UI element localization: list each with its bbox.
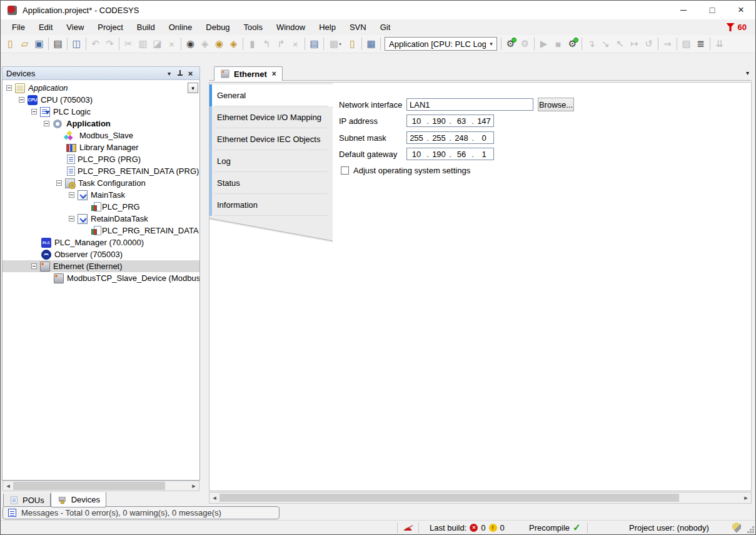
properties-button[interactable]: ▤ (307, 37, 321, 51)
pin-icon[interactable] (174, 68, 185, 78)
scroll-right-icon[interactable]: ▸ (741, 494, 751, 502)
toggle-bookmark-button[interactable]: ▮ (245, 37, 260, 51)
tab-ethernet[interactable]: Ethernet × (214, 66, 283, 81)
panel-close-icon[interactable]: × (185, 68, 196, 78)
undo-button[interactable]: ↶ (88, 37, 103, 51)
menu-build[interactable]: Build (130, 21, 162, 34)
save-button[interactable]: ▣ (32, 37, 46, 51)
ip-octet[interactable]: 255 (430, 133, 448, 143)
step-into-button[interactable]: ↘ (598, 37, 613, 51)
scroll-left-icon[interactable]: ◂ (3, 482, 13, 490)
menu-online[interactable]: Online (162, 21, 199, 34)
insert-device-button[interactable]: ▦▾ (326, 37, 345, 51)
tab-devices[interactable]: Devices (51, 492, 106, 507)
side-tab-general[interactable]: General (209, 84, 333, 106)
tree-item-modbus-slave[interactable]: Modbus_Slave (3, 130, 199, 141)
find-in-project-button[interactable]: ◉ (212, 37, 226, 51)
side-tab-log[interactable]: Log (209, 150, 333, 172)
scrollbar-thumb[interactable] (13, 482, 165, 490)
scroll-left-icon[interactable]: ◂ (209, 494, 219, 502)
show-next-statement-button[interactable]: ⇒ (660, 37, 675, 51)
tab-pous[interactable]: POUs (3, 494, 51, 507)
network-interface-input[interactable]: LAN1 (406, 98, 533, 111)
previous-bookmark-button[interactable]: ↰ (260, 37, 274, 51)
logout-button[interactable]: ⚙ (518, 37, 532, 51)
panel-menu-icon[interactable]: ▾ (164, 68, 174, 78)
delete-button[interactable]: × (164, 37, 179, 51)
replace-button[interactable]: ◈ (198, 37, 212, 51)
menu-window[interactable]: Window (270, 21, 312, 34)
copy-button[interactable]: ▥ (136, 37, 150, 51)
expand-toggle-icon[interactable] (44, 121, 49, 126)
close-button[interactable]: × (727, 1, 755, 19)
tree-item-plc-prg-prg[interactable]: PLC_PRG (PRG) (3, 153, 199, 165)
new-object-button[interactable]: ▯ (345, 37, 360, 51)
cut-button[interactable]: ✂ (121, 37, 136, 51)
tree-item-task-configuration[interactable]: Task Configuration (3, 177, 199, 189)
resize-grip[interactable] (752, 531, 754, 533)
force-values-button[interactable]: ⇊ (712, 37, 727, 51)
menu-tools[interactable]: Tools (237, 21, 270, 34)
ip-octet[interactable]: 255 (407, 133, 426, 143)
run-to-cursor-button[interactable]: ↦ (627, 37, 642, 51)
tree-item-plc-prg[interactable]: PLC_PRG (3, 201, 199, 213)
expand-toggle-icon[interactable] (56, 180, 62, 186)
expand-toggle-icon[interactable] (31, 109, 37, 115)
tree-item-library-manager[interactable]: Library Manager (3, 141, 199, 153)
expand-toggle-icon[interactable] (69, 192, 74, 198)
menu-svn[interactable]: SVN (343, 21, 373, 34)
expand-toggle-icon[interactable] (69, 216, 74, 222)
default-gateway-input[interactable]: 10.190.56.1 (406, 148, 494, 160)
next-bookmark-button[interactable]: ↱ (274, 37, 288, 51)
build-button[interactable]: ▦ (364, 37, 378, 51)
open-project-button[interactable]: ▱ (18, 37, 32, 51)
menu-project[interactable]: Project (91, 21, 129, 34)
replace-in-project-button[interactable]: ◈ (226, 37, 241, 51)
ip-octet[interactable]: 147 (475, 116, 493, 126)
tree-item-plc-prg-retain-data-prg[interactable]: PLC_PRG_RETAIN_DATA (PRG) (3, 165, 199, 177)
application-dropdown-icon[interactable]: ▾ (188, 83, 198, 93)
tree-item-modbustcp-slave-device-modbustcp-slave[interactable]: ModbusTCP_Slave_Device (ModbusTCP Slave (3, 272, 199, 284)
adjust-os-settings-checkbox[interactable] (341, 166, 349, 175)
tree-item-retaindatatask[interactable]: RetainDataTask (3, 213, 199, 225)
menu-git[interactable]: Git (373, 21, 398, 34)
step-out-button[interactable]: ↖ (613, 37, 627, 51)
stop-button[interactable]: ■ (551, 37, 565, 51)
messages-tab[interactable]: Messages - Total 0 error(s), 0 warning(s… (3, 506, 280, 519)
menu-edit[interactable]: Edit (32, 21, 59, 34)
reset-warm-button[interactable]: ↺ (642, 37, 656, 51)
tab-close-icon[interactable]: × (272, 69, 276, 78)
scrollbar-thumb[interactable] (219, 494, 679, 502)
ip-octet[interactable]: 0 (475, 133, 493, 143)
expand-toggle-icon[interactable] (19, 97, 24, 103)
online-config-mode-button[interactable]: ⚙ (565, 37, 580, 51)
expand-toggle-icon[interactable] (31, 263, 37, 269)
tree-item-ethernet-ethernet[interactable]: Ethernet (Ethernet) (3, 260, 199, 272)
tree-item-application[interactable]: Application▾ (3, 82, 199, 94)
tree-item-maintask[interactable]: MainTask (3, 189, 199, 201)
tree-item-plc-prg-retain-data[interactable]: PLC_PRG_RETAIN_DATA (3, 225, 199, 237)
tree-item-application[interactable]: Application (3, 118, 199, 130)
side-tab-status[interactable]: Status (209, 172, 333, 194)
clear-bookmarks-button[interactable]: × (288, 37, 303, 51)
ip-address-input[interactable]: 10.190.63.147 (406, 115, 494, 127)
filter-icon[interactable] (727, 23, 735, 31)
ip-octet[interactable]: 10 (407, 116, 426, 126)
ip-octet[interactable]: 63 (452, 116, 471, 126)
ip-octet[interactable]: 56 (452, 150, 471, 159)
subnet-mask-input[interactable]: 255.255.248.0 (406, 131, 494, 144)
redo-button[interactable]: ↷ (103, 37, 117, 51)
paste-button[interactable]: ◪ (150, 37, 164, 51)
ip-octet[interactable]: 190 (430, 116, 448, 126)
login-button[interactable]: ⚙ (503, 37, 518, 51)
tab-list-dropdown-icon[interactable]: ▾ (746, 69, 749, 76)
project-environment-button[interactable]: ◫ (69, 37, 84, 51)
active-application-combo[interactable]: Application [CPU: PLC Logic] ▾ (385, 37, 497, 51)
ip-octet[interactable]: 1 (475, 150, 493, 159)
flow-control-button[interactable]: ▨ (679, 37, 693, 51)
minimize-button[interactable]: ─ (669, 1, 698, 19)
maximize-button[interactable]: □ (698, 1, 727, 19)
edit-watch-button[interactable]: ≣ (693, 37, 708, 51)
side-tab-ethernet-device-iec-objects[interactable]: Ethernet Device IEC Objects (209, 128, 333, 150)
tree-item-plc-logic[interactable]: PLC Logic (3, 106, 199, 118)
